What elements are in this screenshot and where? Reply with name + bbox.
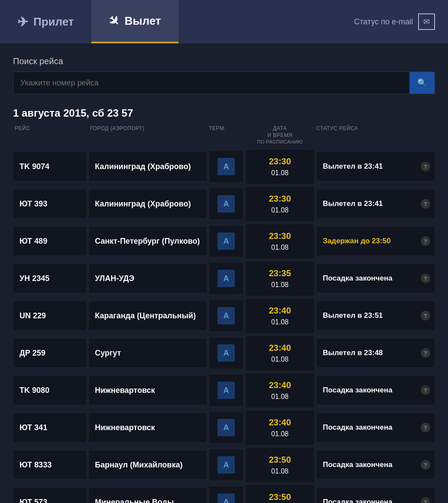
flight-date: 01.08: [271, 318, 289, 326]
flight-datetime: 23:30 01.08: [245, 186, 315, 222]
flight-datetime: 23:50 01.08: [245, 447, 315, 483]
flight-terminal: А: [209, 262, 243, 294]
flight-status: Посадка закончена ?: [316, 413, 435, 442]
flight-status-text: Задержан до 23:50: [323, 237, 391, 245]
table-row[interactable]: ЮТ 489 Санкт-Петербург (Пулково) А 23:30…: [13, 224, 435, 259]
info-icon[interactable]: ?: [421, 348, 430, 358]
flight-number: ДР 259: [13, 338, 87, 368]
flight-date: 01.08: [271, 206, 289, 214]
table-row[interactable]: UN 229 Караганда (Центральный) А 23:40 0…: [13, 298, 435, 333]
flight-number: ЮТ 573: [13, 487, 87, 503]
flight-status-text: Вылетел в 23:41: [323, 162, 383, 171]
flight-number: UN 229: [13, 301, 87, 330]
email-status-section[interactable]: Статус по e-mail ✉: [354, 0, 448, 43]
flight-terminal: А: [209, 412, 243, 444]
col-status: СТАТУС РЕЙСА: [316, 125, 433, 146]
table-row[interactable]: ЮТ 393 Калининград (Храброво) А 23:30 01…: [13, 186, 435, 222]
flight-number: TK 9080: [13, 376, 87, 405]
flight-time: 23:30: [269, 231, 291, 241]
flight-status: Посадка закончена ?: [316, 450, 435, 480]
flight-status: Вылетел в 23:41 ?: [316, 189, 435, 219]
flight-date: 01.08: [271, 281, 289, 289]
flight-city: Санкт-Петербург (Пулково): [88, 226, 207, 256]
info-icon[interactable]: ?: [421, 385, 430, 395]
flight-status: Вылетел в 23:41 ?: [316, 152, 435, 181]
terminal-badge: А: [218, 419, 235, 436]
flight-terminal: А: [209, 150, 243, 183]
terminal-badge: А: [218, 195, 235, 212]
info-icon[interactable]: ?: [421, 311, 430, 320]
departure-icon: ✈: [105, 12, 123, 30]
info-icon[interactable]: ?: [421, 274, 430, 283]
terminal-badge: А: [218, 158, 235, 175]
flight-date: 01.08: [271, 244, 289, 252]
table-row[interactable]: ЮТ 573 Минеральные Воды А 23:50 01.08 По…: [13, 485, 435, 503]
flight-time: 23:40: [269, 380, 291, 390]
table-row[interactable]: ДР 259 Сургут А 23:40 01.08 Вылетел в 23…: [13, 336, 435, 371]
search-button[interactable]: 🔍: [409, 72, 435, 94]
table-row[interactable]: ЮТ 341 Нижневартовск А 23:40 01.08 Посад…: [13, 410, 435, 445]
flight-city: Калининград (Храброво): [88, 189, 207, 219]
flight-date: 01.08: [271, 356, 289, 363]
tab-arrival[interactable]: ✈ Прилет: [0, 0, 91, 43]
col-city: ГОРОД (АЭРОПОРТ): [90, 125, 207, 146]
flight-datetime: 23:50 01.08: [245, 485, 315, 503]
table-row[interactable]: TK 9080 Нижневартовск А 23:40 01.08 Поса…: [13, 373, 435, 408]
flight-terminal: А: [209, 300, 243, 332]
flight-status: Задержан до 23:50 ?: [316, 226, 435, 256]
flight-city: Минеральные Воды: [88, 487, 207, 503]
flight-city: УЛАН-УДЭ: [88, 264, 207, 293]
flight-time: 23:50: [269, 455, 291, 465]
header: ✈ Прилет ✈ Вылет Статус по e-mail ✉: [0, 0, 448, 43]
flight-time: 23:40: [269, 418, 291, 428]
flight-time: 23:40: [269, 343, 291, 353]
info-icon[interactable]: ?: [421, 460, 430, 470]
flight-datetime: 23:40 01.08: [245, 336, 315, 371]
flight-date: 01.08: [271, 393, 289, 401]
tab-departure[interactable]: ✈ Вылет: [91, 0, 179, 43]
terminal-badge: А: [218, 456, 235, 474]
flight-time: 23:30: [269, 157, 291, 167]
info-icon[interactable]: ?: [421, 423, 430, 432]
table-row[interactable]: ЮТ 8333 Барнаул (Михайловка) А 23:50 01.…: [13, 447, 435, 483]
flight-city: Караганда (Центральный): [88, 301, 207, 330]
col-datetime: ДАТАИ ВРЕМЯпо расписанию: [245, 125, 315, 146]
flight-datetime: 23:30 01.08: [245, 149, 315, 184]
flight-city: Барнаул (Михайловка): [88, 450, 207, 480]
table-row[interactable]: TK 9074 Калининград (Храброво) А 23:30 0…: [13, 149, 435, 184]
main-content: Поиск рейса 🔍 1 августа 2015, сб 23 57 Р…: [0, 43, 448, 503]
search-label: Поиск рейса: [13, 56, 435, 66]
info-icon[interactable]: ?: [421, 199, 430, 209]
flight-number: ЮТ 489: [13, 226, 87, 256]
arrival-icon: ✈: [17, 14, 28, 29]
search-input[interactable]: [13, 72, 409, 94]
flight-datetime: 23:40 01.08: [245, 410, 315, 445]
flight-terminal: А: [209, 449, 243, 481]
terminal-badge: А: [218, 307, 235, 324]
email-status-label: Статус по e-mail: [354, 17, 413, 26]
flight-time: 23:35: [269, 268, 291, 278]
flight-status: Вылетел в 23:48 ?: [316, 338, 435, 368]
terminal-badge: А: [218, 344, 235, 362]
flight-status-text: Посадка закончена: [323, 498, 393, 503]
table-row[interactable]: УН 2345 УЛАН-УДЭ А 23:35 01.08 Посадка з…: [13, 261, 435, 296]
flight-terminal: А: [209, 374, 243, 406]
flight-city: Калининград (Храброво): [88, 152, 207, 181]
info-icon[interactable]: ?: [421, 162, 430, 171]
flight-date: 01.08: [271, 169, 289, 177]
terminal-badge: А: [218, 232, 235, 250]
info-icon[interactable]: ?: [421, 236, 430, 246]
flight-status-text: Посадка закончена: [323, 461, 393, 469]
terminal-badge: А: [218, 382, 235, 399]
flight-status: Вылетел в 23:51 ?: [316, 301, 435, 330]
col-flight: РЕЙС: [15, 125, 88, 146]
search-section: Поиск рейса 🔍: [13, 56, 435, 94]
info-icon[interactable]: ?: [421, 497, 430, 503]
terminal-badge: А: [218, 493, 235, 503]
flight-city: Сургут: [88, 338, 207, 368]
flight-date: 01.08: [271, 467, 289, 475]
flight-number: УН 2345: [13, 264, 87, 293]
flight-number: ЮТ 341: [13, 413, 87, 442]
flight-datetime: 23:40 01.08: [245, 298, 315, 333]
flight-terminal: А: [209, 188, 243, 220]
